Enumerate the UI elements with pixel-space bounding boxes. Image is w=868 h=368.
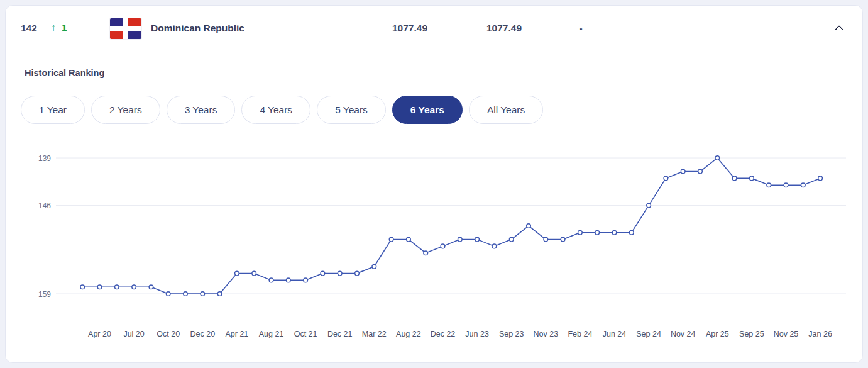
- filter-pill-all-years[interactable]: All Years: [469, 96, 543, 124]
- svg-text:Dec 20: Dec 20: [190, 330, 215, 338]
- svg-text:Mar 22: Mar 22: [362, 330, 387, 338]
- chart-line-series: [82, 158, 820, 294]
- filter-pill-2-years[interactable]: 2 Years: [91, 96, 160, 124]
- svg-text:Nov 24: Nov 24: [671, 330, 696, 338]
- filter-pill-1-year[interactable]: 1 Year: [21, 96, 85, 124]
- chart-gridlines: [56, 158, 846, 294]
- total-points: 1077.49: [373, 23, 446, 34]
- chart-x-axis-labels: Apr 20Jul 20Oct 20Dec 20Apr 21Aug 21Oct …: [88, 330, 832, 338]
- collapse-row-button[interactable]: [830, 17, 849, 36]
- svg-text:Jun 23: Jun 23: [465, 330, 489, 338]
- filter-pill-6-years[interactable]: 6 Years: [392, 96, 463, 124]
- line-chart-canvas: 139146159Apr 20Jul 20Oct 20Dec 20Apr 21A…: [6, 140, 864, 358]
- country-ranking-card: 142 ↑1 Dominican Republic 1077.49 1077.4…: [5, 5, 863, 363]
- svg-text:Dec 21: Dec 21: [327, 330, 353, 338]
- svg-text:139: 139: [38, 154, 51, 163]
- rank-up-arrow-icon: ↑: [51, 22, 56, 33]
- svg-text:Apr 20: Apr 20: [88, 330, 111, 338]
- time-range-filter-group: 1 Year2 Years3 Years4 Years5 Years6 Year…: [21, 96, 543, 124]
- svg-text:146: 146: [38, 201, 51, 210]
- rank-value: 142: [21, 23, 37, 34]
- chart-data-points: [80, 156, 822, 296]
- svg-text:Sep 24: Sep 24: [636, 330, 661, 338]
- filter-pill-5-years[interactable]: 5 Years: [317, 96, 386, 124]
- svg-text:Oct 20: Oct 20: [157, 330, 180, 338]
- points-change: -: [574, 23, 587, 34]
- country-flag: [110, 18, 141, 39]
- chart-y-axis-labels: 139146159: [38, 154, 51, 299]
- filter-pill-4-years[interactable]: 4 Years: [241, 96, 310, 124]
- rank-change: ↑1: [51, 22, 67, 33]
- svg-text:Aug 22: Aug 22: [396, 330, 421, 338]
- svg-text:Aug 21: Aug 21: [259, 330, 284, 338]
- svg-text:Jul 20: Jul 20: [123, 330, 144, 338]
- header-divider: [19, 47, 849, 47]
- svg-text:Feb 24: Feb 24: [568, 330, 592, 338]
- svg-text:Nov 23: Nov 23: [533, 330, 558, 338]
- svg-text:Dec 22: Dec 22: [431, 330, 456, 338]
- svg-text:Sep 25: Sep 25: [739, 330, 764, 338]
- chevron-up-icon: [835, 25, 843, 33]
- svg-text:Jun 24: Jun 24: [603, 330, 627, 338]
- svg-text:Oct 21: Oct 21: [294, 330, 317, 338]
- section-title: Historical Ranking: [25, 68, 104, 78]
- rank-change-value: 1: [62, 22, 67, 33]
- country-name: Dominican Republic: [151, 23, 244, 34]
- historical-ranking-chart: 139146159Apr 20Jul 20Oct 20Dec 20Apr 21A…: [6, 140, 864, 358]
- svg-text:Sep 23: Sep 23: [499, 330, 524, 338]
- svg-text:Apr 21: Apr 21: [225, 330, 248, 338]
- filter-pill-3-years[interactable]: 3 Years: [167, 96, 236, 124]
- country-ranking-row[interactable]: 142 ↑1 Dominican Republic 1077.49 1077.4…: [6, 6, 862, 47]
- svg-text:Nov 25: Nov 25: [774, 330, 799, 338]
- svg-text:Jan 26: Jan 26: [808, 330, 832, 338]
- svg-text:Apr 25: Apr 25: [706, 330, 729, 338]
- previous-points: 1077.49: [468, 23, 541, 34]
- svg-text:159: 159: [38, 290, 51, 299]
